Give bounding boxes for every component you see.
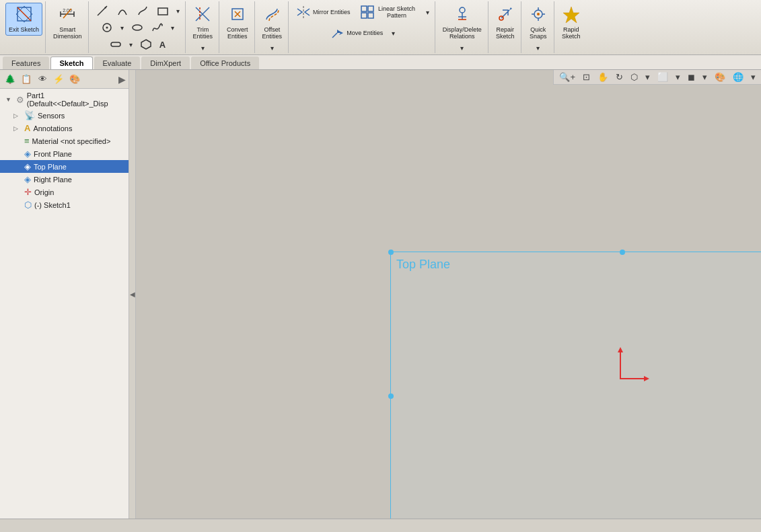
appearance-button[interactable]: 🎨 [712,71,728,83]
right-plane-icon: ◈ [24,174,31,184]
zoom-in-button[interactable]: 🔍+ [556,71,578,83]
sidebar-collapse-handle[interactable]: ◀ [129,70,136,519]
y-arrow [618,347,623,352]
rapid-sketch-label: RapidSketch [562,27,581,40]
slot-dropdown[interactable]: ▾ [126,40,135,50]
rotate-button[interactable]: ↻ [613,71,626,83]
tree-item-top-plane[interactable]: ◈ Top Plane [0,160,129,173]
display-mode-button[interactable]: ◼ [685,71,698,83]
tab-sketch[interactable]: Sketch [50,56,92,69]
trim-entities-button[interactable]: TrimEntities [190,3,217,42]
annotations-icon: A [24,123,30,133]
mirror-entities-button[interactable]: Mirror Entities [293,3,354,22]
svg-line-1 [17,7,31,21]
slot-button[interactable] [106,36,125,52]
quick-snaps-button[interactable]: QuickSnaps [526,3,551,42]
view-toolbar: 🔍+ ⊡ ✋ ↻ ⬡ ▾ ⬜ ▾ ◼ ▾ 🎨 🌐 ▾ [553,70,761,85]
circle-button[interactable] [98,20,116,36]
offset-entities-button[interactable]: OffsetEntities [259,3,286,42]
sensors-icon: 📡 [24,110,35,120]
scene-button[interactable]: 🌐 [730,71,746,83]
tree-item-sensors[interactable]: ▷ 📡 Sensors [0,109,129,122]
svg-point-27 [460,7,465,13]
repair-sketch-icon [496,5,515,26]
offset-icon [262,5,281,26]
tab-office-products[interactable]: Office Products [191,56,259,69]
polygon-button[interactable] [137,36,155,52]
repair-sketch-button[interactable]: RepairSketch [493,3,518,42]
rect-dropdown[interactable]: ▾ [174,6,182,16]
svg-marker-25 [337,27,343,35]
freehand-button[interactable] [133,3,152,19]
tree-item-material[interactable]: ≡ Material <not specified> [0,135,129,147]
tree-item-part1[interactable]: ▼ ⚙ Part1 (Default<<Default>_Disp [0,90,129,109]
tree-item-sketch1[interactable]: ⬡ (-) Sketch1 [0,198,129,211]
sidebar-favorites-icon[interactable]: ⚡ [51,73,66,86]
rapid-sketch-group: RapidSketch [556,1,587,53]
sidebar-appearance-icon[interactable]: 🎨 [67,73,82,86]
sidebar-tree-icon[interactable]: 🌲 [3,73,17,86]
material-label: Material <not specified> [32,137,111,145]
svg-rect-23 [361,13,367,18]
pattern-dropdown[interactable]: ▾ [423,7,432,17]
svg-line-26 [332,33,337,38]
convert-entities-group: ConvertEntities [221,1,255,53]
linear-sketch-pattern-button[interactable]: Linear Sketch Pattern [357,3,421,22]
display-delete-icon [453,5,472,26]
tab-dimxpert[interactable]: DimXpert [141,56,190,69]
scene-dropdown[interactable]: ▾ [748,71,758,83]
tree-item-front-plane[interactable]: ◈ Front Plane [0,147,129,160]
spline-dropdown[interactable]: ▾ [168,23,177,33]
rapid-sketch-button[interactable]: RapidSketch [558,3,584,42]
zoom-fit-button[interactable]: ⊡ [580,71,593,83]
part-icon: ⚙ [16,95,24,105]
offset-dropdown[interactable]: ▾ [268,43,277,53]
svg-marker-15 [141,40,151,49]
spline-button[interactable] [148,20,167,36]
canvas-area[interactable]: 🔍+ ⊡ ✋ ↻ ⬡ ▾ ⬜ ▾ ◼ ▾ 🎨 🌐 ▾ Top Plane [136,70,761,519]
display-delete-dropdown[interactable]: ▾ [458,43,466,53]
annotations-label: Annotations [33,124,72,132]
exit-sketch-button[interactable]: Exit Sketch [5,3,42,36]
smart-dimension-button[interactable]: 2.00 SmartDimension [50,3,85,42]
move-dropdown[interactable]: ▾ [389,28,398,38]
section-dropdown[interactable]: ▾ [673,71,683,83]
origin-icon: ✛ [24,187,32,197]
repair-sketch-group: RepairSketch [490,1,521,53]
pan-button[interactable]: ✋ [595,71,611,83]
tab-features[interactable]: Features [3,56,49,69]
section-button[interactable]: ⬜ [655,71,671,83]
convert-entities-button[interactable]: ConvertEntities [223,3,252,42]
arc-button[interactable] [113,3,132,19]
move-label: Move Entities [347,30,383,37]
rectangle-button[interactable] [153,3,172,19]
ellipse-button[interactable] [128,20,147,36]
line-button[interactable] [93,3,112,19]
tabbar: Features Sketch Evaluate DimXpert Office… [0,55,761,70]
display-delete-button[interactable]: Display/DeleteRelations [439,3,485,42]
quick-snaps-dropdown[interactable]: ▾ [534,43,542,53]
move-entities-button[interactable]: Move Entities [326,24,386,42]
mirror-label: Mirror Entities [313,9,351,16]
front-plane-icon: ◈ [24,149,31,159]
tab-evaluate[interactable]: Evaluate [94,56,141,69]
main-area: 🌲 📋 👁 ⚡ 🎨 ▶ ▼ ⚙ Part1 (Default<<Default>… [0,70,761,519]
sidebar-view-icon[interactable]: 👁 [35,73,50,86]
sidebar-property-icon[interactable]: 📋 [19,73,34,86]
tree-item-right-plane[interactable]: ◈ Right Plane [0,173,129,186]
view-orient-button[interactable]: ⬡ [628,71,641,83]
material-icon: ≡ [24,136,30,146]
x-axis [620,378,644,379]
display-dropdown[interactable]: ▾ [700,71,710,83]
tree-item-annotations[interactable]: ▷ A Annotations [0,122,129,135]
text-button[interactable]: A [157,38,168,51]
tree-item-origin[interactable]: ✛ Origin [0,186,129,198]
circle-dropdown[interactable]: ▾ [118,23,126,33]
view-dropdown[interactable]: ▾ [643,71,653,83]
display-delete-label: Display/DeleteRelations [443,27,482,40]
trim-dropdown[interactable]: ▾ [198,43,207,53]
right-plane-label: Right Plane [34,176,72,184]
sketch1-label: (-) Sketch1 [34,201,71,209]
svg-rect-24 [368,13,373,18]
sidebar-more-button[interactable]: ▶ [118,74,126,85]
